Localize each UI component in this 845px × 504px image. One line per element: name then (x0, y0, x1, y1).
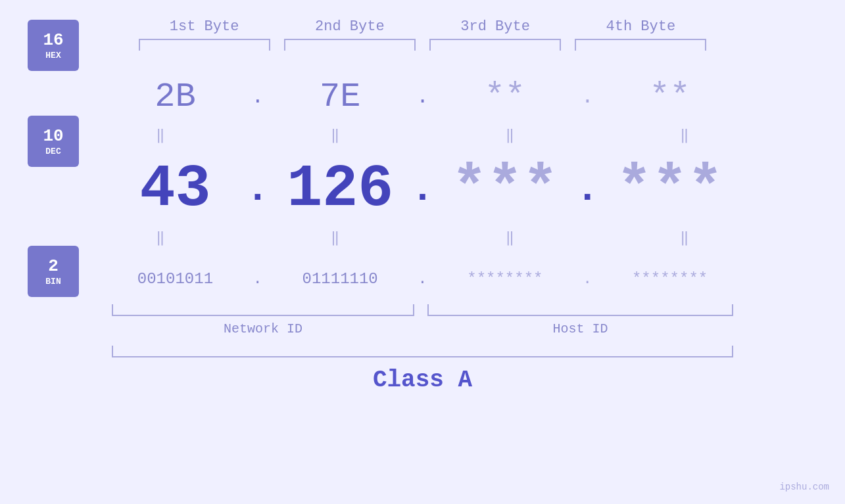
hex-byte1-value: 2B (155, 78, 195, 116)
class-row: Class A (112, 367, 733, 394)
eq2-b1: ‖ (141, 229, 180, 246)
bin-byte4-cell: ******** (606, 270, 733, 288)
bin-dot1-sym: . (253, 270, 262, 288)
host-bracket (427, 304, 733, 316)
byte-label-3: 3rd Byte (429, 18, 561, 35)
bin-byte3-cell: ******** (441, 270, 568, 288)
hex-byte3-value: ** (485, 78, 525, 116)
eq1-b4: ‖ (665, 126, 704, 144)
dec-badge-num: 10 (43, 126, 63, 147)
label-row: Network ID Host ID (112, 321, 733, 336)
top-brackets-row (0, 39, 845, 51)
class-label: Class A (373, 367, 472, 394)
bin-dot3: . (568, 270, 606, 288)
equals-row-2: ‖ ‖ ‖ ‖ (0, 225, 845, 249)
byte-label-1: 1st Byte (139, 18, 270, 35)
dec-byte1-value: 43 (139, 156, 210, 223)
eq2-b2: ‖ (316, 229, 355, 246)
eq1-b3: ‖ (490, 126, 529, 144)
bracket-byte2 (284, 39, 416, 51)
dec-byte2-cell: 126 (277, 156, 404, 223)
hex-byte4-cell: ** (606, 78, 733, 116)
hex-dot2-sym: . (416, 85, 429, 109)
hex-byte2-cell: 7E (277, 78, 404, 116)
hex-data-row: 2B . 7E . ** . ** (0, 70, 845, 123)
host-id-label: Host ID (427, 321, 733, 336)
byte-label-4: 4th Byte (575, 18, 706, 35)
badge-column: 16 HEX 10 DEC 2 BIN (28, 0, 79, 297)
equals-row-1: ‖ ‖ ‖ ‖ (0, 123, 845, 147)
eq2-b3: ‖ (490, 229, 529, 246)
bin-dot1: . (239, 270, 277, 288)
bracket-byte3 (429, 39, 561, 51)
hex-byte4-value: ** (649, 78, 690, 116)
bin-byte2-value: 01111110 (302, 270, 378, 288)
hex-dot3: . (568, 85, 606, 109)
dec-byte3-cell: *** (441, 156, 568, 223)
dec-byte1-cell: 43 (112, 156, 239, 223)
bin-dot2: . (404, 270, 442, 288)
big-bracket (112, 346, 733, 357)
hex-badge-num: 16 (43, 30, 63, 51)
bin-byte2-cell: 01111110 (277, 270, 404, 288)
dec-byte3-value: *** (452, 156, 558, 223)
network-bracket (112, 304, 414, 316)
eq1-b1: ‖ (141, 126, 180, 144)
dec-dot3-sym: . (575, 167, 599, 212)
dec-dot1: . (239, 167, 277, 212)
hex-dot3-sym: . (581, 85, 594, 109)
bracket-byte4 (575, 39, 706, 51)
dec-dot2-sym: . (411, 167, 435, 212)
hex-byte1-cell: 2B (112, 78, 239, 116)
network-id-label: Network ID (112, 321, 414, 336)
bin-dot2-sym: . (418, 270, 427, 288)
eq1-b2: ‖ (316, 126, 355, 144)
dec-dot3: . (568, 167, 606, 212)
bin-byte4-value: ******** (632, 270, 708, 288)
bin-byte3-value: ******** (467, 270, 543, 288)
dec-data-row: 43 . 126 . *** . *** (0, 153, 845, 225)
dec-byte4-cell: *** (606, 156, 733, 223)
hex-dot1: . (239, 85, 277, 109)
bin-dot3-sym: . (583, 270, 592, 288)
bottom-brackets (112, 304, 733, 316)
main-container: 1st Byte 2nd Byte 3rd Byte 4th Byte 16 H… (0, 0, 845, 504)
dec-byte4-value: *** (617, 156, 723, 223)
hex-badge: 16 HEX (28, 20, 79, 71)
dec-dot2: . (404, 167, 442, 212)
hex-badge-label: HEX (45, 51, 60, 60)
byte-label-2: 2nd Byte (284, 18, 416, 35)
dec-dot1-sym: . (246, 167, 270, 212)
watermark: ipshu.com (779, 482, 829, 492)
hex-dot2: . (404, 85, 442, 109)
byte-labels-row: 1st Byte 2nd Byte 3rd Byte 4th Byte (0, 18, 845, 35)
hex-byte2-value: 7E (320, 78, 360, 116)
bin-byte1-cell: 00101011 (112, 270, 239, 288)
hex-byte3-cell: ** (441, 78, 568, 116)
bin-data-row: 00101011 . 01111110 . ******** . *******… (0, 256, 845, 302)
eq2-b4: ‖ (665, 229, 704, 246)
dec-byte2-value: 126 (287, 156, 393, 223)
hex-dot1-sym: . (251, 85, 264, 109)
bin-byte1-value: 00101011 (137, 270, 213, 288)
bracket-byte1 (139, 39, 270, 51)
bottom-labels-area: Network ID Host ID Class A (0, 304, 845, 394)
